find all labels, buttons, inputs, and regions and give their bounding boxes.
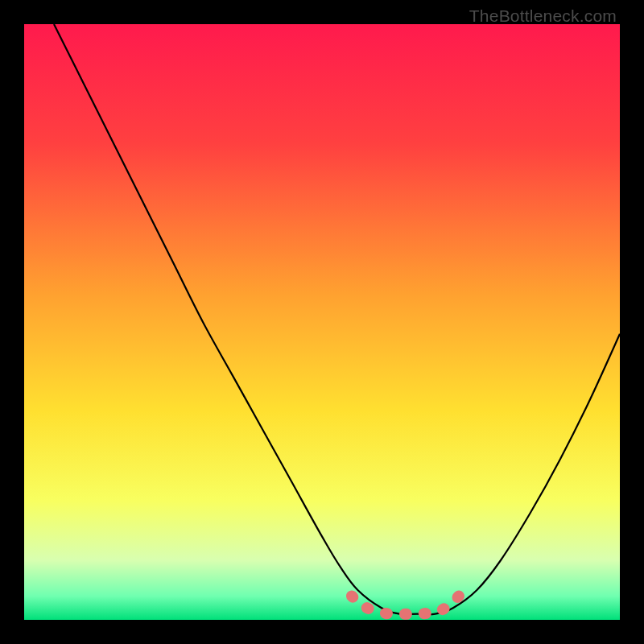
plot-area (24, 24, 620, 620)
bottleneck-curve (24, 24, 620, 620)
watermark-text: TheBottleneck.com (469, 6, 617, 26)
curve-line (54, 24, 620, 614)
chart-frame: TheBottleneck.com (0, 0, 644, 644)
optimal-zone-marker (352, 584, 471, 614)
